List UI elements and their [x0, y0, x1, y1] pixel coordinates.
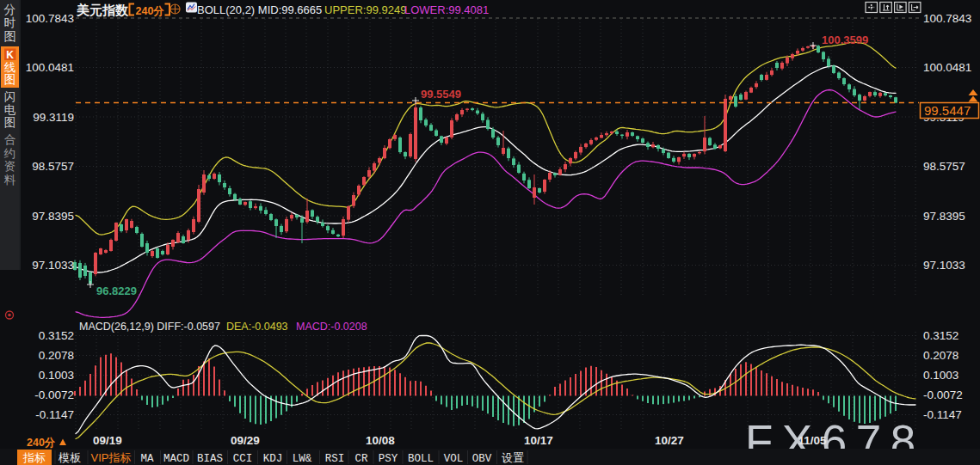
svg-text:BOLL: BOLL: [408, 453, 434, 465]
svg-text:电: 电: [4, 103, 16, 116]
svg-text:DEA:-0.0493: DEA:-0.0493: [226, 321, 288, 333]
svg-text:LOWER:99.4081: LOWER:99.4081: [404, 3, 489, 16]
svg-text:240分: 240分: [27, 437, 56, 449]
svg-text:-0.0072: -0.0072: [34, 389, 74, 401]
svg-text:-0.0072: -0.0072: [923, 389, 963, 401]
svg-text:96.8229: 96.8229: [96, 285, 137, 297]
svg-text:BIAS: BIAS: [197, 453, 223, 465]
svg-text:指标: 指标: [22, 451, 46, 464]
svg-text:图: 图: [4, 116, 16, 129]
svg-text:10/17: 10/17: [524, 434, 553, 447]
svg-text:0.3152: 0.3152: [39, 329, 74, 342]
svg-text:100.0481: 100.0481: [923, 61, 971, 74]
svg-text:97.8395: 97.8395: [923, 210, 965, 223]
svg-text:KDJ: KDJ: [263, 453, 283, 465]
svg-text:100.7843: 100.7843: [923, 12, 971, 25]
svg-text:10/27: 10/27: [655, 434, 684, 447]
svg-text:料: 料: [4, 174, 16, 187]
svg-text:10/08: 10/08: [366, 434, 395, 447]
svg-text:OBV: OBV: [472, 453, 492, 465]
svg-text:0.1003: 0.1003: [39, 369, 74, 382]
svg-text:98.5757: 98.5757: [32, 160, 74, 173]
svg-text:线: 线: [4, 61, 16, 74]
svg-text:闪: 闪: [4, 90, 16, 103]
svg-text:MACD: MACD: [163, 453, 189, 465]
svg-text:99.5549: 99.5549: [421, 88, 461, 101]
svg-text:240分: 240分: [136, 5, 165, 17]
svg-text:MA: MA: [140, 453, 154, 465]
svg-text:-0.1147: -0.1147: [923, 408, 962, 421]
svg-text:资: 资: [4, 160, 16, 173]
svg-text:97.1033: 97.1033: [32, 259, 74, 272]
svg-text:09/19: 09/19: [93, 434, 122, 447]
svg-text:100.3599: 100.3599: [822, 34, 868, 46]
svg-text:MACD:-0.0208: MACD:-0.0208: [296, 321, 367, 333]
svg-text:-0.1147: -0.1147: [35, 408, 74, 421]
svg-text:11/05: 11/05: [798, 434, 827, 447]
svg-text:0.2078: 0.2078: [39, 349, 74, 362]
svg-text:分: 分: [4, 3, 16, 16]
svg-text:BOLL(20,2) MID:99.6665: BOLL(20,2) MID:99.6665: [197, 3, 322, 16]
svg-text:K: K: [6, 49, 14, 61]
svg-text:99.3119: 99.3119: [33, 111, 74, 124]
svg-text:美元指数: 美元指数: [76, 3, 129, 17]
svg-text:PSY: PSY: [379, 453, 398, 465]
svg-text:MACD(26,12,9) DIFF:-0.0597: MACD(26,12,9) DIFF:-0.0597: [79, 321, 220, 333]
svg-text:图: 图: [4, 29, 16, 43]
svg-text:100.7843: 100.7843: [26, 12, 74, 25]
svg-text:97.8395: 97.8395: [32, 210, 74, 223]
svg-text:时: 时: [4, 15, 16, 29]
svg-text:设置: 设置: [502, 451, 524, 464]
svg-text:约: 约: [3, 147, 16, 160]
svg-text:98.5757: 98.5757: [923, 160, 965, 173]
svg-text:模板: 模板: [58, 451, 81, 464]
svg-text:99.5447: 99.5447: [924, 103, 971, 118]
svg-text:0.1003: 0.1003: [923, 369, 958, 382]
svg-text:UPPER:99.9249: UPPER:99.9249: [324, 3, 406, 16]
svg-text:CCI: CCI: [233, 453, 253, 465]
svg-text:VIP指标: VIP指标: [91, 451, 132, 464]
svg-text:0.3152: 0.3152: [923, 329, 958, 342]
svg-text:LW&: LW&: [293, 453, 312, 465]
svg-text:97.1033: 97.1033: [923, 259, 965, 272]
svg-text:100.0481: 100.0481: [26, 61, 74, 74]
svg-text:0.2078: 0.2078: [923, 349, 958, 362]
svg-text:VOL: VOL: [444, 453, 464, 465]
svg-text:图: 图: [4, 73, 16, 86]
svg-text:09/29: 09/29: [231, 434, 260, 447]
svg-text:RSI: RSI: [325, 453, 345, 465]
svg-text:合: 合: [4, 133, 16, 146]
svg-text:CR: CR: [354, 453, 368, 465]
